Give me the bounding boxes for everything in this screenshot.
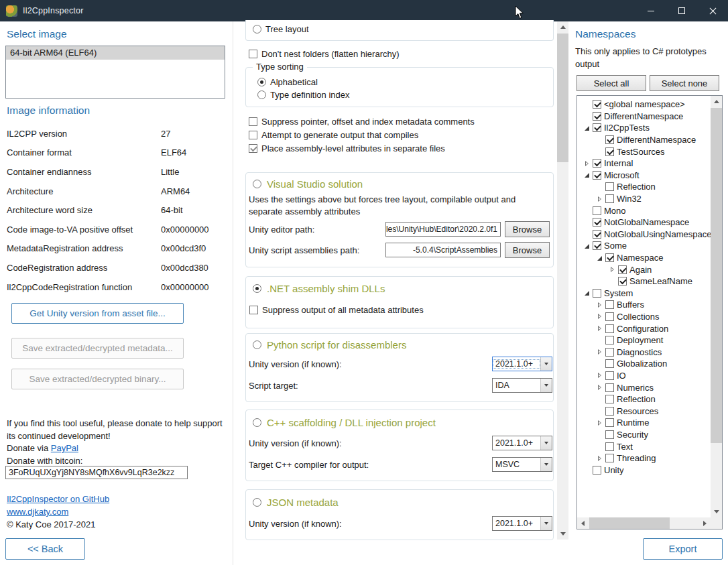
radio-icon[interactable] [253,180,261,188]
image-list[interactable]: 64-bit ARM64 (ELF64) [5,46,225,99]
radio-icon[interactable] [253,25,261,34]
cpp-scaffolding-option[interactable]: C++ scaffolding / DLL injection project [253,417,436,428]
tree-item[interactable]: Configuration [578,322,711,334]
namespace-checkbox[interactable] [605,253,614,262]
tree-item[interactable]: Il2CppTests [578,122,711,134]
tree-item[interactable]: Resources [578,405,711,417]
browse-editor-path-button[interactable]: Browse [505,221,550,237]
close-button[interactable] [697,0,728,21]
radio-icon[interactable] [257,90,266,99]
expand-icon[interactable] [595,323,605,334]
tree-item[interactable]: <global namespace> [578,99,711,111]
collapse-icon[interactable] [582,241,593,251]
scroll-right-icon[interactable] [699,517,711,529]
tree-item[interactable]: Unity [578,464,711,476]
select-none-button[interactable]: Select none [650,75,719,91]
tree-item[interactable]: NotGlobalNamespace [578,216,711,229]
suppress-metadata-comments-checkbox[interactable]: Suppress pointer, offset and index metad… [249,117,475,127]
python-unity-version-select[interactable]: 2021.1.0+ [492,357,552,371]
expand-icon[interactable] [595,347,605,357]
namespace-checkbox[interactable] [605,135,614,144]
namespace-checkbox[interactable] [593,171,601,180]
tree-item[interactable]: Globalization [578,358,711,370]
middle-scrollbar[interactable] [557,21,568,540]
tree-item[interactable]: Again [578,263,711,275]
collapse-icon[interactable] [595,253,605,263]
tree-item[interactable]: SameLeafName [578,275,711,288]
tree-item[interactable]: Microsoft [578,170,711,182]
namespace-checkbox[interactable] [593,289,601,298]
namespace-checkbox[interactable] [618,277,627,286]
tree-item[interactable]: Some [578,240,711,252]
tree-item[interactable]: IO [578,370,711,382]
collapse-icon[interactable] [582,123,593,133]
checkbox-icon[interactable] [249,144,257,153]
expand-icon[interactable] [582,158,593,169]
tree-item[interactable]: Mono [578,204,711,216]
namespace-checkbox[interactable] [593,100,601,109]
namespace-checkbox[interactable] [593,218,601,227]
namespace-checkbox[interactable] [605,324,614,333]
expand-icon[interactable] [595,382,605,393]
namespace-tree[interactable]: <global namespace>DifferentNamespaceIl2C… [578,99,711,517]
export-button[interactable]: Export [643,538,723,560]
namespace-checkbox[interactable] [605,430,614,439]
scrollbar-thumb[interactable] [711,108,722,443]
radio-icon[interactable] [253,498,261,507]
namespace-checkbox[interactable] [605,194,614,203]
tree-item[interactable]: DifferentNamespace [578,134,711,146]
namespace-checkbox[interactable] [593,112,601,121]
tree-item[interactable]: Runtime [578,417,711,429]
expand-icon[interactable] [595,418,605,428]
collapse-icon[interactable] [582,288,593,298]
namespace-checkbox[interactable] [605,348,614,357]
shim-dlls-option[interactable]: .NET assembly shim DLLs [253,283,385,294]
namespace-checkbox[interactable] [605,383,614,392]
tree-item[interactable]: Reflection [578,181,711,193]
scroll-down-icon[interactable] [557,528,568,540]
namespace-checkbox[interactable] [605,371,614,380]
scrollbar-thumb[interactable] [589,517,670,529]
unity-editor-path-input[interactable]: Files\Unity\Hub\Editor\2020.2.0f1 [385,222,501,237]
get-unity-version-button[interactable]: Get Unity version from asset file... [11,303,184,324]
checkbox-icon[interactable] [249,50,257,58]
namespace-checkbox[interactable] [605,418,614,427]
sort-type-index-option[interactable]: Type definition index [257,90,350,100]
radio-icon[interactable] [253,340,261,349]
namespace-checkbox[interactable] [605,147,614,156]
expand-icon[interactable] [595,370,605,381]
tree-item[interactable]: System [578,288,711,300]
radio-icon[interactable] [253,418,261,427]
select-all-button[interactable]: Select all [577,75,646,91]
namespace-checkbox[interactable] [605,454,614,462]
namespace-checkbox[interactable] [605,359,614,368]
expand-icon[interactable] [595,453,605,464]
tree-item[interactable]: Collections [578,311,711,323]
namespace-checkbox[interactable] [605,312,614,321]
browse-assemblies-path-button[interactable]: Browse [505,242,550,258]
namespace-checkbox[interactable] [593,241,601,250]
expand-icon[interactable] [607,264,618,275]
scroll-left-icon[interactable] [577,517,589,529]
scroll-down-icon[interactable] [711,506,722,517]
namespace-checkbox[interactable] [593,159,601,168]
github-link[interactable]: Il2CppInspector on GitHub [7,494,109,504]
image-list-item[interactable]: 64-bit ARM64 (ELF64) [6,46,225,60]
tree-item[interactable]: TestSources [578,145,711,158]
namespace-checkbox[interactable] [593,123,601,132]
checkbox-icon[interactable] [249,306,258,314]
namespace-checkbox[interactable] [605,395,614,403]
scrollbar-thumb[interactable] [557,34,568,162]
title-bar[interactable]: Il2CppInspector [0,0,728,21]
namespace-checkbox[interactable] [605,407,614,416]
tree-item[interactable]: Win32 [578,193,711,205]
sort-alphabetical-option[interactable]: Alphabetical [257,77,318,87]
minimize-button[interactable] [635,0,666,21]
separate-attributes-checkbox[interactable]: Place assembly-level attributes in separ… [249,143,445,153]
namespace-checkbox[interactable] [593,230,601,239]
tree-layout-option[interactable]: Tree layout [253,24,309,34]
bitcoin-address-input[interactable] [5,466,188,479]
scroll-up-icon[interactable] [557,21,568,33]
scroll-up-icon[interactable] [711,96,722,107]
compilable-output-checkbox[interactable]: Attempt to generate output that compiles [249,130,418,140]
